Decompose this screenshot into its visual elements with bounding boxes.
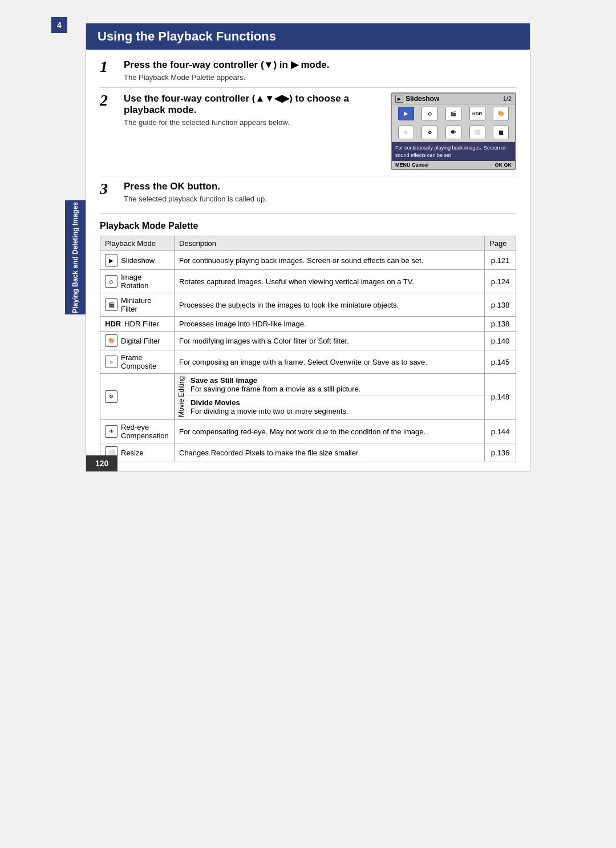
palette-table: Playback Mode Description Page ▶ Slidesh… bbox=[100, 236, 516, 462]
desc-cell-frame: For composing an image with a frame. Sel… bbox=[175, 350, 485, 374]
cs-bottom-bar: MENU Cancel OK OK bbox=[392, 161, 515, 169]
mode-icon-rotation: ◇ bbox=[105, 275, 117, 288]
movie-sub-mode-1: Save as Still Image bbox=[191, 376, 257, 385]
cs-icon-extra: ▦ bbox=[493, 126, 509, 139]
mode-cell: ▶ Slideshow bbox=[100, 251, 175, 270]
page-cell-redeye: p.144 bbox=[485, 420, 516, 443]
step-3-number: 3 bbox=[100, 181, 117, 197]
step-2-block: 2 Use the four-way controller (▲▼◀▶) to … bbox=[100, 92, 516, 176]
col-header-mode: Playback Mode bbox=[100, 236, 175, 251]
mode-cell: 🎬 Miniature Filter bbox=[100, 293, 175, 317]
mode-cell: 🎨 Digital Filter bbox=[100, 332, 175, 350]
desc-cell-slideshow: For continuously playing back images. Sc… bbox=[175, 251, 485, 270]
cs-icons-row1: ▶ ◇ 🎬 HDR 🎨 bbox=[392, 104, 515, 123]
mode-name-rotation: Image Rotation bbox=[121, 273, 169, 290]
table-row: 👁 Red-eye Compensation For compensating … bbox=[100, 420, 516, 443]
sidebar-label: Playing Back and Deleting Images bbox=[71, 202, 79, 313]
mode-name-hdr: HDR Filter bbox=[124, 320, 159, 328]
chapter-number: 4 bbox=[51, 17, 67, 33]
mode-name-resize: Resize bbox=[121, 449, 144, 457]
mode-cell-movie: ⚙ bbox=[100, 374, 175, 420]
cs-cancel: MENU Cancel bbox=[395, 162, 429, 168]
desc-cell-digital: For modifying images with a Color filter… bbox=[175, 332, 485, 350]
step-1-content: Press the four-way controller (▼) in ▶ m… bbox=[124, 59, 516, 82]
mode-icon-slideshow: ▶ bbox=[105, 254, 117, 266]
mode-icon-miniature: 🎬 bbox=[105, 298, 117, 311]
movie-sub-row-2: Divide Movies For dividing a movie into … bbox=[187, 396, 484, 418]
mode-icon-movie: ⚙ bbox=[105, 390, 117, 403]
cs-icon-frame: ○ bbox=[398, 126, 414, 139]
cs-icon-resize: ⬜ bbox=[469, 126, 485, 139]
table-row: 🎬 Miniature Filter Processes the subject… bbox=[100, 293, 516, 317]
page-cell-hdr: p.138 bbox=[485, 317, 516, 332]
page-cell-digital: p.140 bbox=[485, 332, 516, 350]
step-3-block: 3 Press the OK button. The selected play… bbox=[100, 181, 516, 209]
page-cell-resize: p.136 bbox=[485, 443, 516, 462]
palette-title: Playback Mode Palette bbox=[100, 221, 516, 231]
movie-edit-label: Movie Editing bbox=[175, 374, 187, 419]
desc-cell-redeye: For compensating red-eye. May not work d… bbox=[175, 420, 485, 443]
cs-icon-redeye: 👁 bbox=[445, 126, 461, 139]
page-cell-slideshow: p.121 bbox=[485, 251, 516, 270]
table-row-movie: ⚙ Movie Editing Save as Still Image For … bbox=[100, 374, 516, 420]
page-cell-frame: p.145 bbox=[485, 350, 516, 374]
mode-name-digital: Digital Filter bbox=[121, 337, 160, 345]
cs-play-icon: ▶ bbox=[395, 95, 403, 103]
step-1-number: 1 bbox=[100, 59, 117, 75]
cs-topbar: ▶ Slideshow 1/2 bbox=[392, 94, 515, 104]
mode-name-frame: Frame Composite bbox=[121, 353, 169, 370]
step-3-header: Press the OK button. bbox=[124, 181, 516, 192]
mode-cell: HDR HDR Filter bbox=[100, 317, 175, 332]
desc-cell-hdr: Processes image into HDR-like image. bbox=[175, 317, 485, 332]
desc-cell-rotation: Rotates captured images. Useful when vie… bbox=[175, 270, 485, 293]
section-divider bbox=[100, 213, 516, 214]
step-1-sub: The Playback Mode Palette appears. bbox=[124, 73, 516, 82]
mode-cell: 👁 Red-eye Compensation bbox=[100, 420, 175, 443]
mode-cell: ◇ Image Rotation bbox=[100, 270, 175, 293]
mode-name-miniature: Miniature Filter bbox=[121, 296, 169, 313]
cs-ok: OK OK bbox=[495, 162, 512, 168]
mode-icon-redeye: 👁 bbox=[105, 425, 117, 438]
step-1-block: 1 Press the four-way controller (▼) in ▶… bbox=[100, 59, 516, 88]
movie-edit-td: Movie Editing Save as Still Image For sa… bbox=[175, 374, 485, 420]
cs-page-num: 1/2 bbox=[503, 95, 512, 102]
sidebar-tab: Playing Back and Deleting Images bbox=[65, 200, 86, 314]
desc-cell-resize: Changes Recorded Pixels to make the file… bbox=[175, 443, 485, 462]
page-number: 120 bbox=[86, 455, 117, 471]
cs-description: For continuously playing back images. Sc… bbox=[392, 142, 515, 161]
cs-icon-rotate: ◇ bbox=[422, 107, 437, 120]
mode-name-redeye: Red-eye Compensation bbox=[121, 423, 169, 440]
step-1-header: Press the four-way controller (▼) in ▶ m… bbox=[124, 59, 516, 71]
cs-icon-digi: 🎨 bbox=[493, 107, 509, 120]
table-row: ○ Frame Composite For composing an image… bbox=[100, 350, 516, 374]
mode-icon-hdr: HDR bbox=[105, 320, 121, 328]
col-header-page: Page bbox=[485, 236, 516, 251]
movie-edit-rows: Save as Still Image For saving one frame… bbox=[187, 374, 484, 419]
page-cell-miniature: p.138 bbox=[485, 293, 516, 317]
page-cell-movie: p.148 bbox=[485, 374, 516, 420]
table-header-row: Playback Mode Description Page bbox=[100, 236, 516, 251]
mode-icon-digital: 🎨 bbox=[105, 334, 117, 347]
page-title: Using the Playback Functions bbox=[86, 23, 530, 50]
col-header-desc: Description bbox=[175, 236, 485, 251]
step-3-sub: The selected playback function is called… bbox=[124, 195, 516, 203]
table-row: ⬜ Resize Changes Recorded Pixels to make… bbox=[100, 443, 516, 462]
movie-sub-desc-1: For saving one frame from a movie as a s… bbox=[191, 385, 360, 393]
cs-icon-play: ▶ bbox=[398, 107, 414, 120]
cs-icon-movie2: ⚙ bbox=[422, 126, 437, 139]
cs-icons-row2: ○ ⚙ 👁 ⬜ ▦ bbox=[392, 123, 515, 142]
step-2-sub-1: The guide for the selected function appe… bbox=[124, 118, 382, 127]
mode-name-slideshow: Slideshow bbox=[121, 256, 155, 265]
page-cell-rotation: p.124 bbox=[485, 270, 516, 293]
step-2-number: 2 bbox=[100, 92, 117, 108]
camera-screen: ▶ Slideshow 1/2 ▶ ◇ 🎬 HDR 🎨 bbox=[391, 92, 516, 170]
table-row: HDR HDR Filter Processes image into HDR-… bbox=[100, 317, 516, 332]
mode-icon-frame: ○ bbox=[105, 356, 117, 368]
table-row: ▶ Slideshow For continuously playing bac… bbox=[100, 251, 516, 270]
movie-sub-desc-2: For dividing a movie into two or more se… bbox=[191, 407, 348, 415]
table-row: 🎨 Digital Filter For modifying images wi… bbox=[100, 332, 516, 350]
movie-sub-mode-2: Divide Movies bbox=[191, 398, 240, 407]
desc-cell-miniature: Processes the subjects in the images to … bbox=[175, 293, 485, 317]
cs-icon-mini: 🎬 bbox=[445, 107, 461, 120]
table-row: ◇ Image Rotation Rotates captured images… bbox=[100, 270, 516, 293]
